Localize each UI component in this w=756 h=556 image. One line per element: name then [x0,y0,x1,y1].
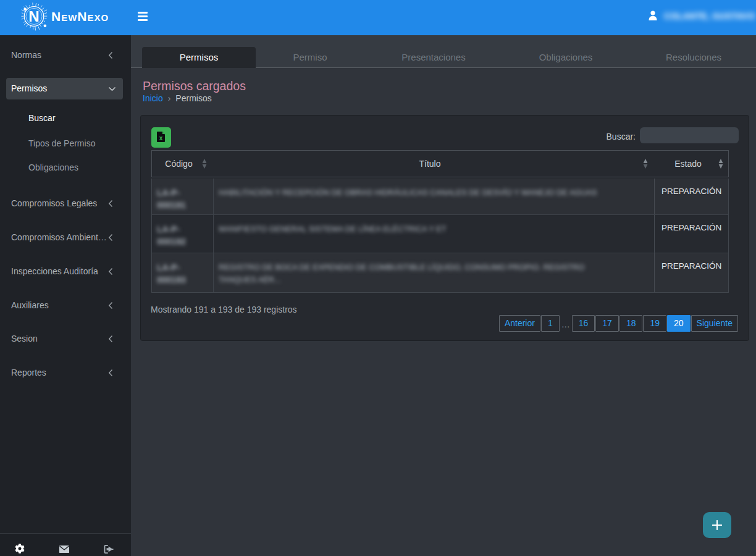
svg-text:x: x [159,135,163,141]
svg-text:N: N [28,8,39,25]
